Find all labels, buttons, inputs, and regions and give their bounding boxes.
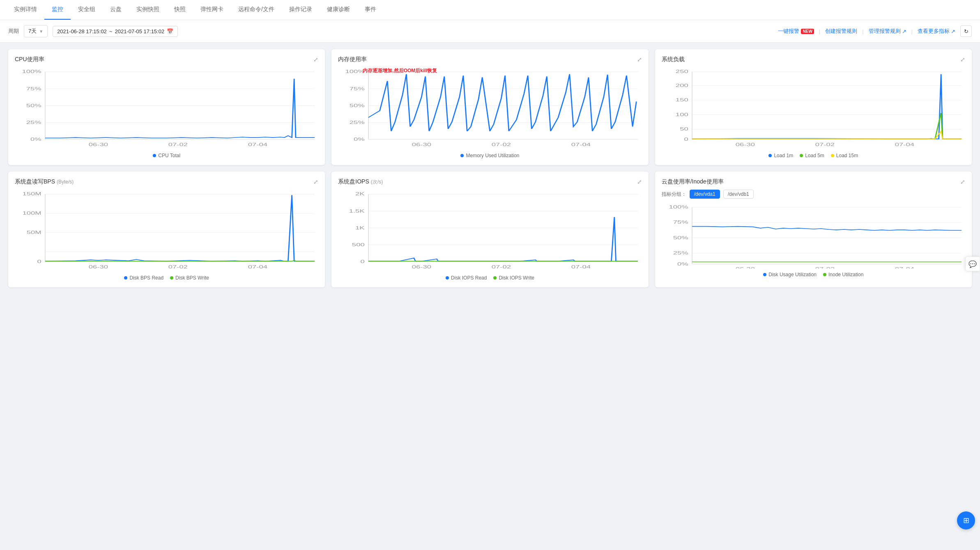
svg-text:25%: 25% <box>673 250 688 255</box>
toolbar-right: 一键报警 NEW | 创建报警规则 | 管理报警规则 ↗ | 查看更多指标 ↗ … <box>778 25 972 37</box>
calendar-icon: 📅 <box>167 28 173 34</box>
tab-operation-log[interactable]: 操作记录 <box>282 0 320 20</box>
memory-expand-icon[interactable]: ⤢ <box>637 56 642 63</box>
disk-bps-legend: Disk BPS Read Disk BPS Write <box>15 275 318 281</box>
disk-usage-chart-card: 云盘使用率/Inode使用率 ⤢ 指标分组： /dev/vda1 /dev/vd… <box>655 172 972 287</box>
system-load-expand-icon[interactable]: ⤢ <box>960 56 965 63</box>
tab-snapshot[interactable]: 实例快照 <box>129 0 167 20</box>
svg-text:07-02: 07-02 <box>492 264 511 269</box>
svg-text:07-04: 07-04 <box>895 142 915 147</box>
disk-bps-svg: 150M 100M 50M 0 06-30 07-02 07-04 <box>15 190 318 272</box>
tab-instance-detail[interactable]: 实例详情 <box>7 0 44 20</box>
cpu-chart-card: CPU使用率 ⤢ 100% 75% 50% 25% 0% 0 <box>8 49 325 165</box>
manage-rule-button[interactable]: 管理报警规则 ↗ <box>869 28 906 35</box>
svg-text:07-02: 07-02 <box>492 142 511 147</box>
external-link-icon: ↗ <box>902 28 906 34</box>
svg-text:0%: 0% <box>30 137 41 142</box>
svg-text:07-02: 07-02 <box>168 264 188 269</box>
svg-text:25%: 25% <box>350 120 365 125</box>
svg-text:75%: 75% <box>673 220 688 225</box>
svg-text:06-30: 06-30 <box>412 264 431 269</box>
divider-1: | <box>819 28 820 34</box>
tab-remote-cmd[interactable]: 远程命令/文件 <box>231 0 282 20</box>
disk-bps-subtitle: (Byte/s) <box>57 179 74 185</box>
svg-text:100%: 100% <box>22 69 41 74</box>
cpu-chart-header: CPU使用率 ⤢ <box>15 56 318 63</box>
legend-label-inode: Inode Utilization <box>828 272 863 277</box>
svg-text:07-02: 07-02 <box>168 142 188 147</box>
period-select[interactable]: 7天 ▼ <box>24 25 48 37</box>
legend-iops-write: Disk IOPS Write <box>493 275 534 281</box>
tab-cloud-disk[interactable]: 云盘 <box>103 0 129 20</box>
legend-disk-usage: Disk Usage Utilization <box>763 272 817 277</box>
svg-text:0: 0 <box>684 137 688 142</box>
charts-grid: CPU使用率 ⤢ 100% 75% 50% 25% 0% 0 <box>0 43 980 294</box>
disk-bps-chart-card: 系统盘读写BPS (Byte/s) ⤢ 150M 100M 50M 0 06-3… <box>8 172 325 287</box>
legend-load1m: Load 1m <box>768 153 793 158</box>
legend-dot-inode <box>823 273 826 276</box>
legend-dot-disk-usage <box>763 273 766 276</box>
legend-label-disk-usage: Disk Usage Utilization <box>768 272 817 277</box>
create-rule-button[interactable]: 创建报警规则 <box>825 28 857 35</box>
refresh-button[interactable]: ↻ <box>960 25 972 37</box>
svg-text:100%: 100% <box>345 69 365 74</box>
tab-events[interactable]: 事件 <box>357 0 384 20</box>
memory-legend: Memory Used Utilization <box>338 153 642 158</box>
tab-monitor[interactable]: 监控 <box>44 0 71 20</box>
divider-3: | <box>911 28 913 34</box>
svg-text:0: 0 <box>361 259 365 264</box>
svg-text:07-04: 07-04 <box>248 142 268 147</box>
tab-elastic-nic[interactable]: 弹性网卡 <box>193 0 231 20</box>
cpu-expand-icon[interactable]: ⤢ <box>313 56 318 63</box>
legend-label-iops-read: Disk IOPS Read <box>451 275 487 281</box>
legend-label-memory: Memory Used Utilization <box>466 153 519 158</box>
tab-snapshot2[interactable]: 快照 <box>167 0 193 20</box>
new-badge: NEW <box>801 29 814 34</box>
disk-iops-expand-icon[interactable]: ⤢ <box>637 179 642 185</box>
disk-usage-expand-icon[interactable]: ⤢ <box>960 179 965 185</box>
one-click-alert-button[interactable]: 一键报警 NEW <box>778 28 814 35</box>
svg-text:200: 200 <box>676 83 688 88</box>
tab-security-group[interactable]: 安全组 <box>71 0 103 20</box>
disk-tab-vdb1[interactable]: /dev/vdb1 <box>723 190 754 199</box>
svg-text:75%: 75% <box>26 86 41 91</box>
legend-dot-load15m <box>831 154 834 157</box>
more-metrics-button[interactable]: 查看更多指标 ↗ <box>918 28 955 35</box>
disk-usage-chart-area: 100% 75% 50% 25% 0% 06-30 07-02 07-04 <box>662 203 965 268</box>
svg-text:1.5K: 1.5K <box>349 208 365 213</box>
svg-text:100%: 100% <box>669 204 688 209</box>
svg-text:0%: 0% <box>677 261 688 266</box>
svg-text:06-30: 06-30 <box>89 264 108 269</box>
legend-label-load15m: Load 15m <box>836 153 858 158</box>
system-load-chart-header: 系统负载 ⤢ <box>662 56 965 63</box>
svg-text:07-04: 07-04 <box>248 264 268 269</box>
disk-iops-svg: 2K 1.5K 1K 500 0 06-30 07-02 07-04 <box>338 190 642 272</box>
memory-chart-title: 内存使用率 <box>338 56 367 63</box>
svg-text:75%: 75% <box>350 86 365 91</box>
memory-chart-area: 内存逐渐增加,然后OOM后kill恢复 100% 75% 50% 25% 0% … <box>338 67 642 149</box>
svg-text:250: 250 <box>676 69 688 74</box>
chevron-down-icon: ▼ <box>39 29 43 34</box>
disk-usage-svg: 100% 75% 50% 25% 0% 06-30 07-02 07-04 <box>662 203 965 268</box>
tab-health-diag[interactable]: 健康诊断 <box>320 0 357 20</box>
legend-label-iops-write: Disk IOPS Write <box>499 275 534 281</box>
svg-text:07-02: 07-02 <box>815 266 834 268</box>
date-range-picker[interactable]: 2021-06-28 17:15:02 ~ 2021-07-05 17:15:0… <box>53 26 178 37</box>
disk-usage-chart-header: 云盘使用率/Inode使用率 ⤢ <box>662 178 965 186</box>
legend-iops-read: Disk IOPS Read <box>446 275 487 281</box>
svg-text:07-04: 07-04 <box>571 142 591 147</box>
svg-text:06-30: 06-30 <box>412 142 431 147</box>
disk-iops-chart-card: 系统盘IOPS (次/s) ⤢ 2K 1.5K 1K 500 0 06-30 0… <box>331 172 648 287</box>
system-load-legend: Load 1m Load 5m Load 15m <box>662 153 965 158</box>
disk-tab-vda1[interactable]: /dev/vda1 <box>690 190 720 199</box>
svg-text:100: 100 <box>676 112 688 117</box>
disk-bps-chart-header: 系统盘读写BPS (Byte/s) ⤢ <box>15 178 318 186</box>
chat-icon: 💬 <box>968 260 977 268</box>
svg-text:06-30: 06-30 <box>735 266 755 268</box>
disk-bps-expand-icon[interactable]: ⤢ <box>313 179 318 185</box>
chat-button[interactable]: 💬 <box>965 257 980 271</box>
svg-text:50%: 50% <box>350 103 365 108</box>
legend-label-load1m: Load 1m <box>774 153 793 158</box>
legend-load15m: Load 15m <box>831 153 858 158</box>
legend-dot-memory <box>460 154 464 157</box>
